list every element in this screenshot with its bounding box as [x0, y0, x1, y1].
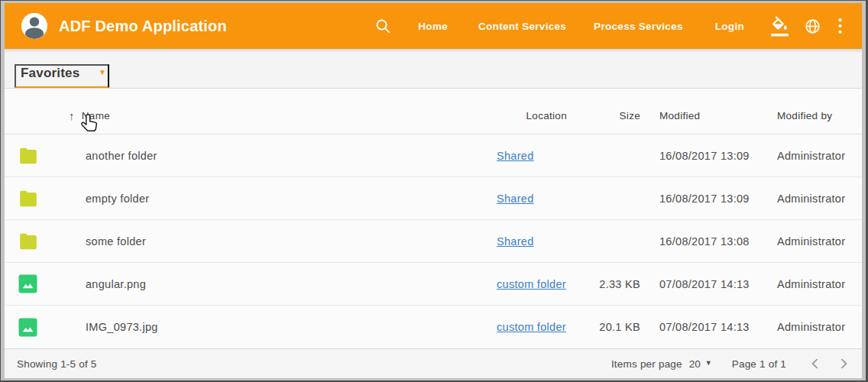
- file-name: empty folder: [86, 193, 491, 205]
- file-name: IMG_0973.jpg: [86, 321, 491, 333]
- favorites-label: Favorites: [21, 66, 79, 81]
- column-header-size[interactable]: Size: [567, 110, 640, 121]
- theme-color-button[interactable]: [770, 16, 789, 37]
- folder-icon: [18, 233, 38, 250]
- location-link[interactable]: custom folder: [497, 278, 566, 290]
- modified-by: Administrator: [766, 193, 850, 205]
- color-fill-bucket-icon: [770, 16, 789, 37]
- location-link[interactable]: Shared: [497, 150, 534, 162]
- table-row[interactable]: angular.png custom folder 2.33 KB 07/08/…: [5, 263, 862, 306]
- modified-by: Administrator: [766, 235, 850, 248]
- items-per-page-caret-icon: ▼: [705, 359, 712, 367]
- location-link[interactable]: custom folder: [497, 321, 566, 333]
- location-link[interactable]: Shared: [497, 193, 534, 205]
- sort-ascending-icon: ↑: [69, 109, 75, 122]
- modified-date: 16/08/2017 13:09: [640, 150, 766, 162]
- table-row[interactable]: empty folder Shared 16/08/2017 13:09 Adm…: [5, 177, 862, 220]
- modified-by: Administrator: [766, 278, 850, 290]
- language-button[interactable]: [804, 18, 821, 35]
- column-header-modified[interactable]: Modified: [640, 110, 766, 121]
- nav-login[interactable]: Login: [715, 21, 744, 32]
- table-row[interactable]: IMG_0973.jpg custom folder 20.1 KB 07/08…: [5, 306, 862, 348]
- more-vert-icon: [838, 18, 842, 34]
- previous-page-button[interactable]: [808, 356, 823, 371]
- modified-by: Administrator: [766, 150, 850, 162]
- next-page-button[interactable]: [836, 356, 851, 371]
- nav-home[interactable]: Home: [418, 21, 448, 32]
- file-name: another folder: [86, 150, 491, 162]
- file-name: some folder: [86, 235, 491, 248]
- items-per-page-select[interactable]: 20 ▼: [689, 358, 712, 370]
- nav-process-services[interactable]: Process Services: [594, 21, 683, 32]
- column-header-modified-by[interactable]: Modified by: [766, 110, 850, 121]
- chevron-right-icon: [836, 356, 851, 371]
- pagination-bar: Showing 1-5 of 5 Items per page 20 ▼ Pag…: [5, 348, 862, 378]
- folder-icon: [18, 190, 38, 207]
- app-title: ADF Demo Application: [59, 18, 227, 35]
- page-info: Page 1 of 1: [732, 358, 786, 370]
- app-header: ADF Demo Application Home Content Servic…: [5, 3, 862, 49]
- dropdown-caret-icon: ▼: [99, 69, 106, 76]
- nav-content-services[interactable]: Content Services: [478, 21, 566, 32]
- column-header-location[interactable]: Location: [526, 110, 567, 121]
- document-list-toolbar: Favorites ▼: [5, 49, 862, 89]
- table-header-row: ↑ Name Location Size Modified Modified b…: [5, 89, 862, 134]
- search-icon: [374, 18, 392, 35]
- modified-date: 16/08/2017 13:09: [640, 193, 766, 205]
- user-avatar-icon: [21, 13, 47, 39]
- chevron-left-icon: [808, 356, 823, 371]
- app-window: ADF Demo Application Home Content Servic…: [0, 0, 868, 382]
- showing-count: Showing 1-5 of 5: [17, 358, 97, 370]
- table-row[interactable]: some folder Shared 16/08/2017 13:08 Admi…: [5, 220, 862, 263]
- table-row[interactable]: another folder Shared 16/08/2017 13:09 A…: [5, 134, 862, 177]
- favorites-dropdown[interactable]: Favorites ▼: [15, 64, 109, 88]
- file-size: 20.1 KB: [567, 321, 640, 333]
- search-button[interactable]: [374, 18, 392, 35]
- modified-date: 07/08/2017 14:13: [640, 321, 766, 333]
- modified-date: 16/08/2017 13:08: [640, 235, 766, 248]
- modified-by: Administrator: [766, 321, 850, 333]
- adf-demo-app: ADF Demo Application Home Content Servic…: [5, 3, 862, 378]
- files-table: ↑ Name Location Size Modified Modified b…: [5, 89, 862, 348]
- folder-icon: [18, 147, 38, 164]
- globe-icon: [804, 18, 821, 35]
- image-file-icon: [18, 318, 37, 337]
- location-link[interactable]: Shared: [497, 235, 534, 248]
- modified-date: 07/08/2017 14:13: [640, 278, 766, 290]
- items-per-page-label: Items per page: [611, 358, 682, 370]
- more-options-button[interactable]: [838, 18, 842, 34]
- file-name: angular.png: [86, 278, 491, 290]
- image-file-icon: [18, 274, 37, 293]
- items-per-page-value: 20: [689, 358, 701, 370]
- column-header-name[interactable]: ↑ Name: [69, 109, 110, 122]
- file-size: 2.33 KB: [567, 278, 640, 290]
